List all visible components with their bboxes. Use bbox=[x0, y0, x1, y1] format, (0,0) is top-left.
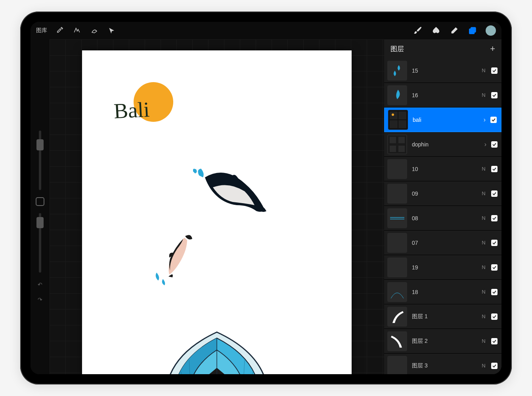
brush-icon[interactable] bbox=[413, 25, 423, 36]
gallery-button[interactable]: 图库 bbox=[36, 27, 47, 34]
layer-row[interactable]: 09N bbox=[384, 181, 501, 206]
redo-icon[interactable]: ↷ bbox=[38, 296, 42, 303]
layer-thumbnail bbox=[387, 208, 407, 228]
svg-rect-8 bbox=[390, 120, 398, 128]
sidebar-tools: ↶ ↷ bbox=[31, 39, 50, 374]
layer-blend-mode[interactable]: N bbox=[481, 363, 486, 369]
layer-name-label: dophin bbox=[412, 141, 480, 148]
slider-thumb[interactable] bbox=[36, 139, 44, 150]
layer-thumbnail bbox=[387, 61, 407, 81]
dolphin-shape-small bbox=[153, 233, 201, 292]
layer-blend-mode[interactable]: N bbox=[481, 313, 486, 319]
layer-visibility-checkbox[interactable] bbox=[491, 166, 498, 172]
layer-name-label: 09 bbox=[412, 190, 476, 197]
layer-thumbnail bbox=[387, 307, 407, 327]
layer-blend-mode[interactable]: N bbox=[481, 190, 486, 196]
layer-row[interactable]: 08N bbox=[384, 206, 501, 231]
layer-row[interactable]: 15N bbox=[384, 58, 501, 83]
layer-visibility-checkbox[interactable] bbox=[491, 338, 498, 344]
layer-row[interactable]: 16N bbox=[384, 83, 501, 108]
chevron-right-icon[interactable]: › bbox=[484, 141, 486, 148]
layers-panel-header: 图层 + bbox=[384, 39, 501, 58]
layer-row[interactable]: 图层 2N bbox=[384, 329, 501, 354]
layer-blend-mode[interactable]: N bbox=[481, 240, 486, 246]
layer-name-label: 图层 2 bbox=[412, 338, 476, 345]
layer-visibility-checkbox[interactable] bbox=[491, 289, 498, 295]
color-swatch[interactable] bbox=[486, 25, 496, 36]
brush-size-slider[interactable] bbox=[39, 131, 41, 190]
brush-opacity-slider[interactable] bbox=[39, 213, 41, 273]
layer-blend-mode[interactable]: N bbox=[481, 338, 486, 344]
selection-icon[interactable] bbox=[89, 25, 100, 36]
layer-blend-mode[interactable]: N bbox=[481, 289, 486, 295]
svg-point-6 bbox=[392, 113, 394, 116]
layer-row[interactable]: 19N bbox=[384, 255, 501, 280]
layer-name-label: bali bbox=[413, 117, 479, 123]
layer-blend-mode[interactable]: N bbox=[481, 264, 486, 270]
layer-visibility-checkbox[interactable] bbox=[491, 363, 498, 369]
adjustments-icon[interactable] bbox=[72, 25, 82, 36]
layer-name-label: 16 bbox=[412, 92, 476, 98]
layer-thumbnail bbox=[387, 331, 407, 351]
layer-thumbnail bbox=[387, 356, 407, 375]
layer-thumbnail bbox=[387, 159, 407, 179]
layer-row[interactable]: 图层 3N bbox=[384, 354, 501, 374]
modify-button[interactable] bbox=[36, 197, 44, 206]
app-screen: 图库 bbox=[31, 22, 501, 374]
layer-blend-mode[interactable]: N bbox=[481, 166, 486, 172]
svg-rect-14 bbox=[398, 146, 405, 152]
undo-icon[interactable]: ↶ bbox=[38, 281, 42, 288]
layers-icon[interactable] bbox=[467, 25, 478, 36]
layer-visibility-checkbox[interactable] bbox=[491, 141, 498, 148]
add-layer-button[interactable]: + bbox=[490, 44, 495, 54]
layer-visibility-checkbox[interactable] bbox=[491, 264, 498, 271]
boat-shape bbox=[153, 320, 280, 374]
layer-name-label: 10 bbox=[412, 166, 476, 172]
canvas[interactable]: Bali bbox=[82, 50, 352, 374]
layer-row[interactable]: 图层 1N bbox=[384, 304, 501, 329]
svg-rect-13 bbox=[390, 146, 396, 152]
svg-rect-9 bbox=[398, 120, 406, 128]
smudge-icon[interactable] bbox=[431, 25, 441, 36]
layer-name-label: 图层 3 bbox=[412, 362, 476, 369]
layer-visibility-checkbox[interactable] bbox=[491, 313, 498, 320]
actions-icon[interactable] bbox=[54, 25, 65, 36]
layer-visibility-checkbox[interactable] bbox=[490, 117, 497, 123]
svg-rect-11 bbox=[390, 137, 396, 143]
layer-name-label: 07 bbox=[412, 240, 476, 246]
layer-thumbnail bbox=[388, 110, 408, 130]
layer-row[interactable]: 10N bbox=[384, 157, 501, 181]
layer-thumbnail bbox=[387, 258, 407, 277]
slider-thumb[interactable] bbox=[36, 217, 44, 228]
layer-blend-mode[interactable]: N bbox=[481, 67, 486, 73]
layer-name-label: 15 bbox=[412, 67, 476, 74]
layer-thumbnail bbox=[387, 233, 407, 253]
device-frame: 图库 bbox=[20, 12, 512, 384]
layer-visibility-checkbox[interactable] bbox=[491, 240, 498, 246]
svg-rect-7 bbox=[398, 111, 406, 119]
chevron-right-icon[interactable]: › bbox=[484, 116, 486, 123]
layer-row[interactable]: 18N bbox=[384, 280, 501, 304]
layer-thumbnail bbox=[387, 282, 407, 302]
layer-thumbnail bbox=[387, 85, 407, 105]
top-toolbar: 图库 bbox=[31, 22, 501, 39]
layer-name-label: 19 bbox=[412, 264, 476, 271]
layer-blend-mode[interactable]: N bbox=[481, 92, 486, 98]
layers-list[interactable]: 15N16Nbali›dophin›10N09N08N07N19N18N图层 1… bbox=[384, 58, 501, 374]
layer-visibility-checkbox[interactable] bbox=[491, 215, 498, 221]
layer-name-label: 图层 1 bbox=[412, 313, 476, 320]
layer-row[interactable]: bali› bbox=[384, 108, 501, 132]
layer-visibility-checkbox[interactable] bbox=[491, 67, 498, 74]
canvas-viewport[interactable]: Bali bbox=[50, 39, 384, 374]
svg-rect-12 bbox=[398, 137, 405, 143]
layer-thumbnail bbox=[387, 184, 407, 204]
layer-visibility-checkbox[interactable] bbox=[491, 92, 498, 98]
layer-visibility-checkbox[interactable] bbox=[491, 190, 498, 197]
bali-text: Bali bbox=[113, 97, 150, 124]
layer-row[interactable]: 07N bbox=[384, 231, 501, 255]
eraser-icon[interactable] bbox=[449, 25, 459, 36]
layers-panel-title: 图层 bbox=[390, 44, 404, 54]
layer-row[interactable]: dophin› bbox=[384, 132, 501, 157]
layer-blend-mode[interactable]: N bbox=[481, 215, 486, 221]
transform-icon[interactable] bbox=[107, 25, 117, 36]
